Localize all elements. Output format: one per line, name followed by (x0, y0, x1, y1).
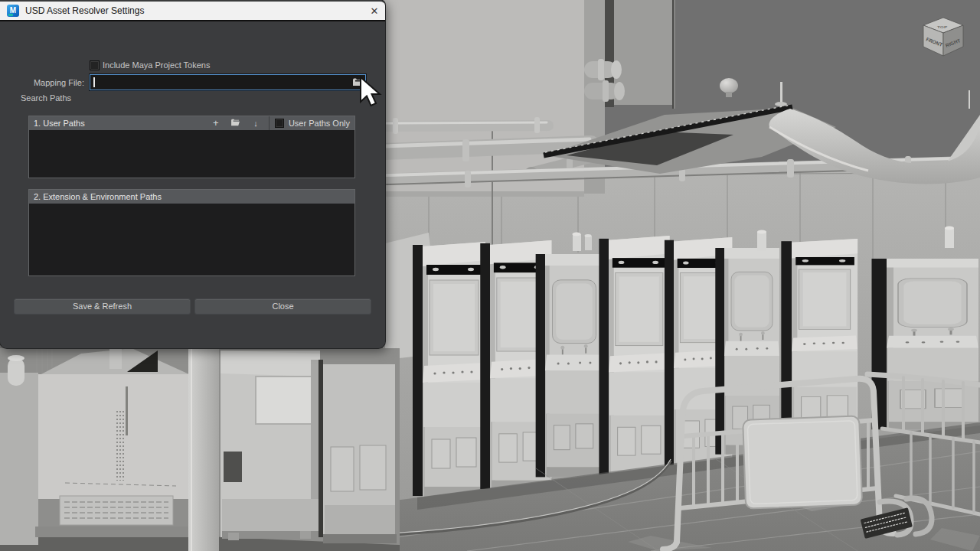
extension-paths-title: 2. Extension & Environment Paths (34, 192, 162, 201)
mapping-file-input[interactable] (90, 74, 366, 90)
user-paths-title: 1. User Paths (34, 119, 85, 128)
add-path-icon[interactable]: + (206, 116, 226, 130)
user-paths-list[interactable] (29, 130, 354, 178)
dialog-body: Include Maya Project Tokens Mapping File… (0, 20, 385, 348)
browse-path-icon[interactable] (226, 116, 246, 130)
text-caret (93, 77, 95, 87)
user-paths-only-checkbox[interactable] (275, 119, 284, 128)
header-divider (269, 116, 270, 130)
close-icon[interactable]: ✕ (364, 5, 385, 17)
include-tokens-label: Include Maya Project Tokens (103, 60, 210, 70)
mapping-file-label: Mapping File: (0, 78, 84, 87)
close-button[interactable]: Close (194, 298, 371, 315)
folder-open-icon (230, 119, 240, 126)
viewcube-top-label[interactable]: TOP (937, 25, 948, 28)
barrier-sign (743, 416, 862, 508)
include-tokens-checkbox[interactable] (90, 60, 100, 70)
mouse-cursor-icon (358, 76, 385, 109)
maya-logo-icon: M (7, 5, 19, 17)
extension-paths-list[interactable] (29, 204, 354, 276)
user-paths-only-label: User Paths Only (289, 119, 350, 128)
extension-paths-group: 2. Extension & Environment Paths (28, 189, 355, 276)
save-refresh-button[interactable]: Save & Refresh (14, 298, 191, 315)
dialog-title: USD Asset Resolver Settings (25, 5, 144, 16)
search-paths-label: Search Paths (21, 93, 71, 103)
move-down-icon[interactable]: ↓ (246, 116, 266, 130)
user-paths-header: 1. User Paths + ↓ User Paths Only (29, 116, 354, 130)
usd-asset-resolver-dialog: M USD Asset Resolver Settings ✕ Include … (0, 0, 385, 348)
dialog-titlebar[interactable]: M USD Asset Resolver Settings ✕ (0, 0, 385, 20)
user-paths-group: 1. User Paths + ↓ User Paths Only (28, 116, 355, 178)
left-machines (0, 344, 400, 551)
maya-application: TOP FRONT RIGHT M USD Asset Resolver Set… (0, 0, 980, 551)
extension-paths-header: 2. Extension & Environment Paths (29, 190, 354, 204)
